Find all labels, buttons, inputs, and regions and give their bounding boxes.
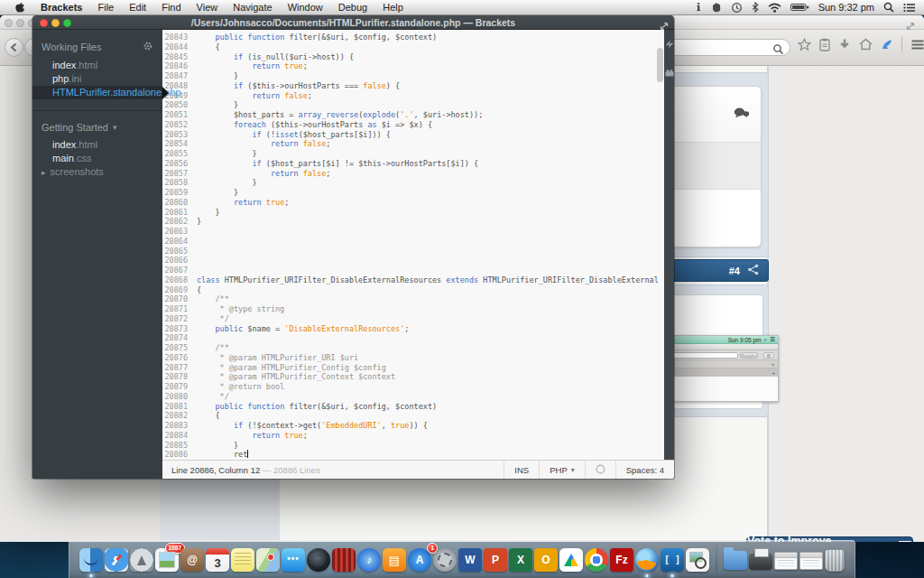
excel-icon[interactable]: X bbox=[509, 548, 532, 572]
linting-indicator[interactable] bbox=[585, 461, 615, 479]
code-editor[interactable]: 20843 public function filter(&$uri, $con… bbox=[162, 30, 664, 460]
project-header[interactable]: Getting Started ▾ bbox=[32, 111, 162, 138]
browser-back-button[interactable] bbox=[5, 38, 23, 57]
finder-icon[interactable] bbox=[79, 548, 103, 572]
code-line[interactable]: 20857 return false; bbox=[162, 169, 664, 179]
code-line[interactable]: 20855 } bbox=[162, 149, 664, 159]
code-line[interactable]: 20858 } bbox=[162, 178, 664, 188]
sidebar-item-index-html[interactable]: index.html bbox=[32, 138, 162, 152]
bluetooth-icon[interactable] bbox=[752, 2, 759, 13]
brackets-title-bar[interactable]: /Users/Johnsacco/Documents/HTMLPurifier.… bbox=[32, 15, 674, 30]
code-line[interactable]: 20877 * @param HTMLPurifier_Config $conf… bbox=[162, 363, 664, 373]
sidebar-item-index-html[interactable]: index.html bbox=[32, 59, 162, 72]
menu-file[interactable]: File bbox=[97, 2, 114, 13]
preview-icon[interactable] bbox=[686, 548, 709, 572]
safari-icon[interactable] bbox=[105, 548, 128, 572]
downloads-icon[interactable] bbox=[838, 38, 851, 51]
code-line[interactable]: 20875 /** bbox=[162, 343, 664, 353]
code-line[interactable]: 20854 return false; bbox=[162, 139, 664, 149]
outlook-icon[interactable]: O bbox=[534, 548, 558, 572]
code-line[interactable]: 20847 } bbox=[162, 71, 664, 81]
system-preferences-icon[interactable] bbox=[433, 548, 457, 572]
code-line[interactable]: 20871 * @type string bbox=[162, 304, 664, 314]
time-machine-icon[interactable] bbox=[731, 2, 743, 14]
code-line[interactable]: 20853 if (!isset($host_parts[$i])) { bbox=[162, 130, 664, 140]
menu-help[interactable]: Help bbox=[383, 2, 403, 13]
sidebar-item-php-ini[interactable]: php.ini bbox=[32, 72, 162, 86]
notification-center-icon[interactable] bbox=[903, 3, 915, 13]
code-line[interactable]: 20868class HTMLPurifier_URIFilter_Disabl… bbox=[162, 275, 664, 285]
code-line[interactable]: 20846 return true; bbox=[162, 61, 664, 71]
code-line[interactable]: 20845 if (is_null($uri->host)) { bbox=[162, 52, 664, 62]
app-store-icon[interactable]: A1 bbox=[408, 548, 431, 572]
code-line[interactable]: 20843 public function filter(&$uri, $con… bbox=[162, 33, 664, 42]
code-line[interactable]: 20873 public $name = 'DisableExternalRes… bbox=[162, 324, 664, 334]
code-line[interactable]: 20862} bbox=[162, 217, 664, 227]
minimized-window-icon[interactable] bbox=[774, 552, 798, 570]
code-line[interactable]: 20885 } bbox=[162, 441, 664, 451]
chrome-icon[interactable] bbox=[585, 548, 608, 572]
messages-icon[interactable]: ••• bbox=[282, 548, 305, 572]
extension-manager-icon[interactable] bbox=[665, 64, 674, 80]
code-line[interactable]: 20874 bbox=[162, 333, 664, 343]
code-line[interactable]: 20872 */ bbox=[162, 314, 664, 324]
insert-mode-indicator[interactable]: INS bbox=[504, 461, 539, 479]
language-selector[interactable]: PHP ▾ bbox=[539, 461, 585, 479]
maps-icon[interactable] bbox=[256, 548, 280, 572]
menu-icon[interactable] bbox=[910, 39, 924, 51]
menu-window[interactable]: Window bbox=[288, 2, 323, 13]
spotlight-icon[interactable] bbox=[883, 2, 894, 13]
apple-menu[interactable] bbox=[14, 1, 25, 14]
launchpad-icon[interactable] bbox=[130, 548, 153, 572]
word-icon[interactable]: W bbox=[458, 548, 482, 572]
code-line[interactable]: 20870 /** bbox=[162, 294, 664, 304]
editor-scrollbar[interactable] bbox=[657, 48, 663, 82]
code-line[interactable]: 20850 } bbox=[162, 100, 664, 110]
code-line[interactable]: 20860 return true; bbox=[162, 198, 664, 208]
wifi-icon[interactable] bbox=[768, 3, 781, 13]
ibooks-icon[interactable]: ▤ bbox=[383, 548, 406, 572]
code-line[interactable]: 20867 bbox=[162, 266, 664, 275]
evernote-icon[interactable] bbox=[711, 2, 722, 13]
brackets-app-icon[interactable]: [ ] bbox=[661, 548, 684, 572]
printer-icon[interactable] bbox=[749, 554, 772, 570]
code-line[interactable]: 20879 * @return bool bbox=[162, 382, 664, 392]
code-line[interactable]: 20865 bbox=[162, 247, 664, 256]
menu-view[interactable]: View bbox=[197, 2, 218, 13]
notes-icon[interactable] bbox=[231, 548, 254, 572]
gear-icon[interactable] bbox=[143, 41, 153, 53]
bookmark-star-icon[interactable] bbox=[798, 38, 811, 51]
photo-booth-icon[interactable] bbox=[332, 548, 356, 572]
google-drive-icon[interactable] bbox=[559, 548, 583, 572]
share-icon[interactable] bbox=[747, 264, 759, 277]
code-line[interactable]: 20864 bbox=[162, 237, 664, 247]
menu-bar-clock[interactable]: Sun 9:32 pm bbox=[818, 2, 874, 13]
code-line[interactable]: 20884 return true; bbox=[162, 431, 664, 441]
code-line[interactable]: 20881 public function filter(&$uri, $con… bbox=[162, 402, 664, 412]
addon-icon[interactable] bbox=[881, 38, 893, 51]
code-line[interactable]: 20848 if ($this->ourHostParts === false)… bbox=[162, 81, 664, 91]
home-icon[interactable] bbox=[859, 38, 873, 51]
code-line[interactable]: 20886 ret bbox=[162, 450, 664, 460]
code-line[interactable]: 20883 if (!$context->get('EmbeddedURI', … bbox=[162, 421, 664, 431]
calendar-icon[interactable]: 3 bbox=[206, 548, 229, 572]
contacts-icon[interactable]: @ bbox=[180, 548, 204, 572]
sidebar-item-htmlpurifier-standalone-php[interactable]: HTMLPurifier.standalone.php bbox=[32, 86, 162, 99]
sidebar-item-main-css[interactable]: main.css bbox=[32, 152, 162, 165]
code-line[interactable]: 20861 } bbox=[162, 208, 664, 218]
app-menu[interactable]: Brackets bbox=[41, 2, 82, 13]
code-line[interactable]: 20882 { bbox=[162, 411, 664, 421]
code-line[interactable]: 20876 * @param HTMLPurifier_URI $uri bbox=[162, 353, 664, 363]
menu-debug[interactable]: Debug bbox=[338, 2, 367, 13]
battery-icon[interactable] bbox=[790, 3, 809, 12]
info-icon[interactable]: i bbox=[695, 2, 702, 13]
itunes-icon[interactable]: ♪ bbox=[357, 548, 381, 572]
code-line[interactable]: 20866 bbox=[162, 256, 664, 266]
browser-close-button[interactable] bbox=[5, 19, 13, 27]
code-line[interactable]: 20869{ bbox=[162, 285, 664, 295]
menu-navigate[interactable]: Navigate bbox=[233, 2, 272, 13]
menu-edit[interactable]: Edit bbox=[129, 2, 146, 13]
indent-setting[interactable]: Spaces: 4 bbox=[615, 461, 674, 479]
code-line[interactable]: 20852 foreach ($this->ourHostParts as $i… bbox=[162, 120, 664, 130]
powerpoint-icon[interactable]: P bbox=[484, 548, 507, 572]
